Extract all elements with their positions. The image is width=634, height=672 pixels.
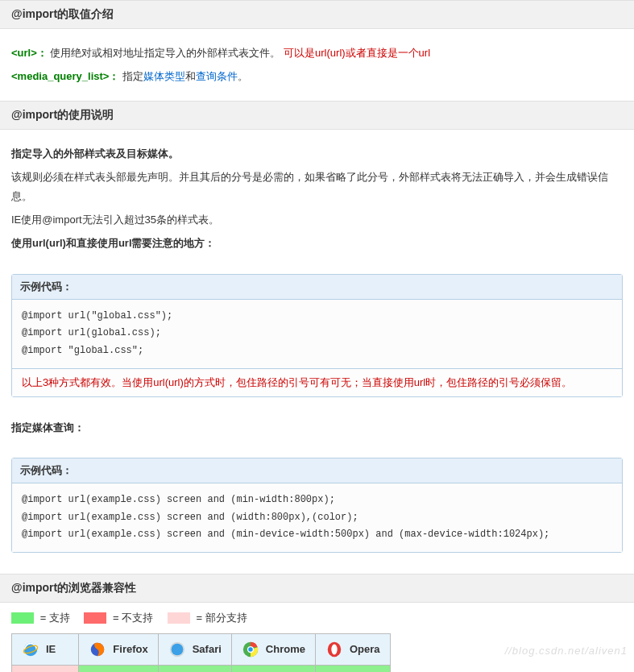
usage-p3: IE使用@import无法引入超过35条的样式表。 [11,210,623,229]
compat-legend: = 支持 = 不支持 = 部分支持 [0,603,634,633]
swatch-green [11,612,34,624]
th-ie-text: IE [46,643,56,655]
code-block-1: 示例代码： @import url("global.css"); @import… [11,274,623,397]
link-query-cond[interactable]: 查询条件 [196,70,238,82]
opera-icon [325,641,343,658]
media-line: <media_query_list>： 指定媒体类型和查询条件。 [11,67,623,85]
section-compat-header: @import的浏览器兼容性 [0,574,634,603]
usage-p4: 使用url(url)和直接使用url需要注意的地方： [11,234,623,252]
code-block-2: 示例代码： @import url(example.css) screen an… [11,458,623,553]
legend-unsupported-text: = 不支持 [113,612,153,624]
compat-row-1: 6.0-7.0 #1 4.0 4.0 4.0 15.0 [12,665,391,672]
firefox-icon [89,641,106,658]
usage-p2: 该规则必须在样式表头部最先声明。并且其后的分号是必需的，如果省略了此分号，外部样… [11,168,623,205]
safari-icon [168,641,186,658]
tag-url: <url>： [11,47,48,59]
usage-p5-wrap: 指定媒体查询： [0,404,634,451]
compat-header-row: IE Firefox Safari Chrome Opera [12,633,391,665]
code1-content: @import url("global.css"); @import url(g… [12,300,622,368]
svg-point-7 [248,647,253,652]
swatch-pink [168,612,190,624]
svg-point-4 [171,643,183,655]
compat-table: IE Firefox Safari Chrome Opera 6.0-7.0 #… [11,633,391,672]
legend-supported: = 支持 [11,611,70,625]
section-usage-header: @import的使用说明 [0,101,634,130]
ie-icon [22,641,39,658]
th-chrome-text: Chrome [266,643,305,655]
legend-partial-text: = 部分支持 [197,612,247,624]
url-line: <url>： 使用绝对或相对地址指定导入的外部样式表文件。 可以是url(url… [11,44,623,62]
media-end: 。 [238,70,248,82]
legend-unsupported: = 不支持 [84,611,153,625]
url-note: 可以是url(url)或者直接是一个url [284,47,430,59]
usage-p1: 指定导入的外部样式表及目标媒体。 [11,144,623,163]
th-safari-text: Safari [193,643,222,655]
chrome-icon [242,641,259,658]
code1-title: 示例代码： [12,275,622,300]
code1-note: 以上3种方式都有效。当使用url(url)的方式时，包住路径的引号可有可无；当直… [12,368,622,396]
th-firefox-text: Firefox [113,643,147,655]
cell-ie67: 6.0-7.0 #1 [12,665,79,672]
th-chrome: Chrome [231,633,315,665]
link-media-type[interactable]: 媒体类型 [143,70,185,82]
th-opera: Opera [315,633,390,665]
cell-safari: 4.0 [158,665,231,672]
cell-opera: 15.0 [315,665,390,672]
tag-media: <media_query_list>： [11,70,119,82]
section-usage-body: 指定导入的外部样式表及目标媒体。 该规则必须在样式表头部最先声明。并且其后的分号… [0,130,634,268]
th-opera-text: Opera [350,643,380,655]
media-and: 和 [185,70,196,82]
th-safari: Safari [158,633,231,665]
th-ie: IE [12,633,79,665]
legend-partial: = 部分支持 [168,611,247,625]
cell-chrome: 4.0 [231,665,315,672]
usage-p5: 指定媒体查询： [11,418,623,437]
media-prefix: 指定 [122,70,143,82]
swatch-red [84,612,106,624]
code2-content: @import url(example.css) screen and (min… [12,483,622,552]
legend-supported-text: = 支持 [40,612,70,624]
cell-firefox: 4.0 [79,665,158,672]
svg-point-9 [331,644,337,654]
url-desc: 使用绝对或相对地址指定导入的外部样式表文件。 [50,47,280,59]
th-firefox: Firefox [79,633,158,665]
section-values-header: @import的取值介绍 [0,0,634,29]
watermark: //blog.csdn.net/aliven1 [505,645,628,657]
section-values-body: <url>： 使用绝对或相对地址指定导入的外部样式表文件。 可以是url(url… [0,29,634,101]
code2-title: 示例代码： [12,458,622,483]
